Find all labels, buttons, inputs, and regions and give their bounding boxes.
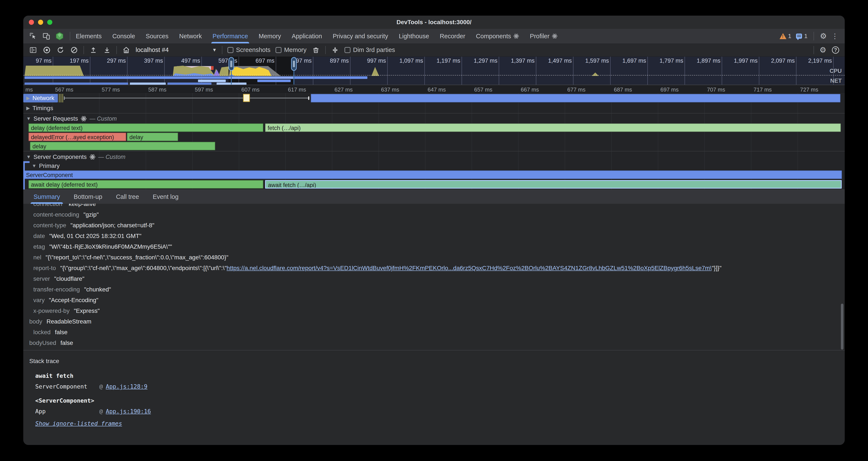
- network-stripe: [60, 94, 62, 103]
- tab-privacy-and-security[interactable]: Privacy and security: [333, 29, 388, 44]
- overview-net-bar: [167, 83, 212, 85]
- property-row-x-powered-by: x-powered-by"Express": [23, 306, 845, 316]
- tab-elements[interactable]: Elements: [76, 29, 102, 44]
- tab-recorder[interactable]: Recorder: [440, 29, 465, 44]
- timeline-event-await-fetch-api[interactable]: await fetch (…/api): [265, 180, 842, 189]
- disclosure-triangle-icon[interactable]: ▼: [26, 116, 31, 121]
- timeline-event-delay[interactable]: delay: [30, 142, 215, 150]
- timeline-event-delay[interactable]: delay: [127, 133, 178, 141]
- network-track-label[interactable]: Network: [32, 95, 55, 102]
- timings-track-label[interactable]: Timings: [32, 105, 53, 112]
- property-value: ReadableStream: [46, 318, 91, 325]
- tab-lighthouse[interactable]: Lighthouse: [399, 29, 429, 44]
- tab-performance[interactable]: Performance: [213, 29, 248, 44]
- property-value: "keep-alive": [66, 204, 98, 207]
- network-track-row[interactable]: ▶ Network: [23, 93, 845, 103]
- timeline-ruler[interactable]: ms 567 ms577 ms587 ms597 ms607 ms617 ms6…: [23, 85, 845, 93]
- tab-sources[interactable]: Sources: [146, 29, 168, 44]
- timeline-event-delay-deferred-text[interactable]: delay (deferred text): [28, 123, 264, 132]
- summary-pane: connection"keep-alive"content-encoding"g…: [23, 204, 845, 445]
- memory-checkbox-group[interactable]: Memory: [276, 47, 307, 54]
- dim-3rd-parties-checkbox-group[interactable]: Dim 3rd parties: [344, 47, 395, 54]
- timeline-event-fetch-api[interactable]: fetch (…/api): [265, 123, 841, 132]
- disclosure-triangle-icon[interactable]: ▶: [26, 106, 30, 111]
- dim-3rd-parties-checkbox[interactable]: [344, 47, 350, 53]
- report-to-url-link[interactable]: https://a.nel.cloudflare.com/report/v4?s…: [227, 265, 712, 271]
- server-requests-header[interactable]: ▼ Server Requests — Custom: [23, 114, 845, 123]
- settings-gear-icon[interactable]: ⚙: [820, 32, 827, 40]
- tab-label: Console: [112, 33, 135, 40]
- tab-components[interactable]: Components: [476, 29, 519, 44]
- tab-event-log[interactable]: Event log: [153, 190, 179, 204]
- property-key: x-powered-by: [33, 308, 70, 314]
- ruler-tick-label: 567 ms: [55, 85, 73, 93]
- property-row-content-type: content-type"application/json; charset=u…: [23, 220, 845, 231]
- frame-at: @: [99, 383, 103, 390]
- tab-profiler[interactable]: Profiler: [530, 29, 558, 44]
- server-requests-row: delayedError (…ayed exception)delay: [23, 132, 845, 142]
- tab-network[interactable]: Network: [179, 29, 202, 44]
- show-ignore-listed-frames-link[interactable]: Show ignore-listed frames: [35, 420, 122, 427]
- inspect-element-icon[interactable]: [29, 32, 37, 40]
- help-icon[interactable]: ?: [832, 47, 839, 54]
- tab-memory[interactable]: Memory: [259, 29, 281, 44]
- tab-application[interactable]: Application: [292, 29, 322, 44]
- stack-frame-await-fetch: await fetch: [35, 371, 845, 381]
- load-profile-icon[interactable]: [89, 46, 98, 54]
- server-components-label[interactable]: Server Components: [34, 153, 87, 161]
- ruler-tick-label: 607 ms: [241, 85, 259, 93]
- property-key: locked: [33, 329, 51, 336]
- clear-button[interactable]: [70, 46, 79, 54]
- screenshots-label: Screenshots: [236, 47, 270, 54]
- tab-console[interactable]: Console: [112, 29, 135, 44]
- stack-trace-title: Stack trace: [23, 350, 845, 365]
- extension-icon[interactable]: [55, 32, 64, 40]
- network-request-whisker: [64, 98, 309, 98]
- network-request-bar[interactable]: [311, 94, 840, 103]
- toggle-sidebar-icon[interactable]: [29, 46, 37, 54]
- details-scrollbar-thumb[interactable]: [841, 304, 843, 350]
- primary-group-label[interactable]: Primary: [39, 163, 60, 169]
- timeline-event-await-delay-deferred-text[interactable]: await delay (deferred text): [28, 180, 264, 189]
- collapse-tracks-icon[interactable]: [331, 46, 339, 54]
- home-icon[interactable]: [122, 46, 130, 54]
- tab-label: Performance: [213, 33, 248, 40]
- reload-record-button[interactable]: [56, 46, 65, 54]
- timeline-event-servercomponent[interactable]: ServerComponent: [24, 170, 842, 179]
- panel-settings-gear-icon[interactable]: ⚙: [819, 46, 826, 54]
- frame-location-link[interactable]: App.js:190:16: [106, 408, 151, 414]
- server-requests-label[interactable]: Server Requests: [34, 115, 78, 122]
- tab-summary[interactable]: Summary: [34, 190, 60, 204]
- selection-left-handle[interactable]: [228, 57, 234, 71]
- disclosure-triangle-icon[interactable]: ▶: [26, 95, 30, 101]
- frame-location-link[interactable]: App.js:128:9: [106, 383, 147, 390]
- warning-indicator[interactable]: 1: [780, 33, 792, 39]
- timeline-overview[interactable]: 97 ms197 ms297 ms397 ms497 ms597 ms697 m…: [23, 57, 845, 85]
- primary-group-row[interactable]: ▼ Primary: [23, 161, 845, 170]
- timeline-event-delayederror-ayed-exception[interactable]: delayedError (…ayed exception): [28, 133, 126, 141]
- disclosure-triangle-icon[interactable]: ▼: [26, 154, 31, 160]
- tab-bottom-up[interactable]: Bottom-up: [74, 190, 102, 204]
- property-row-connection: connection"keep-alive": [23, 204, 845, 209]
- memory-checkbox[interactable]: [276, 47, 281, 53]
- ruler-tick-label: 707 ms: [707, 85, 725, 93]
- property-row-body: bodyReadableStream: [23, 316, 845, 327]
- device-toolbar-icon[interactable]: [42, 32, 51, 40]
- dim-3rd-parties-label: Dim 3rd parties: [353, 47, 395, 54]
- disclosure-triangle-icon[interactable]: ▼: [32, 163, 36, 169]
- selection-right-handle[interactable]: [291, 57, 297, 71]
- screenshots-checkbox[interactable]: [227, 47, 234, 53]
- save-profile-icon[interactable]: [103, 46, 111, 54]
- profile-select[interactable]: localhost #4 ▼: [135, 45, 217, 55]
- network-event-yellow[interactable]: [243, 94, 250, 102]
- timings-track-row[interactable]: ▶ Timings: [23, 103, 845, 113]
- issues-indicator[interactable]: 1: [796, 33, 808, 39]
- tab-call-tree[interactable]: Call tree: [116, 190, 139, 204]
- ruler-tick-label: 627 ms: [335, 85, 352, 93]
- record-button[interactable]: [42, 46, 51, 54]
- garbage-collect-icon[interactable]: [312, 46, 320, 54]
- screenshots-checkbox-group[interactable]: Screenshots: [227, 47, 270, 54]
- network-whisker-cap: [64, 96, 65, 100]
- server-components-header[interactable]: ▼ Server Components — Custom: [23, 151, 845, 161]
- kebab-menu-icon[interactable]: ⋮: [832, 32, 838, 40]
